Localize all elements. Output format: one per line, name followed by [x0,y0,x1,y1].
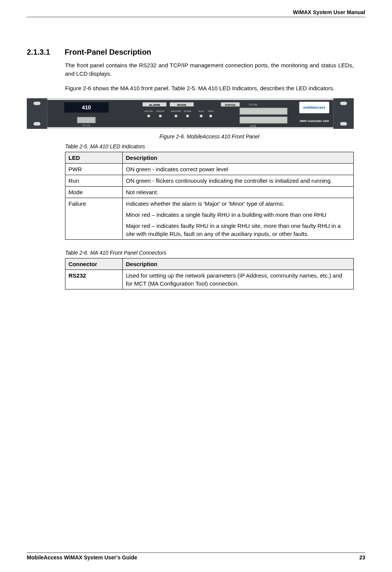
table-header-row: Connector Description [65,258,354,270]
table-cell: Failure [65,198,123,240]
svg-text:STATUS: STATUS [225,104,236,107]
svg-point-23 [186,115,189,117]
svg-text:MINOR: MINOR [156,110,164,112]
table-row: PWR ON green - indicates correct power l… [65,164,354,175]
table-header: Description [123,258,354,270]
table-text: Indicates whether the alarm is 'Major' o… [126,200,350,208]
paragraph: Figure 2-6 shows the MA 410 front panel.… [65,84,354,93]
svg-text:MAJOR: MAJOR [145,110,153,112]
svg-rect-3 [34,122,41,126]
table-cell: ON green - indicates correct power level [123,164,354,175]
table-text: Major red – indicates faulty RHU in a si… [126,222,350,238]
svg-text:LOCAL: LOCAL [249,103,258,106]
table-caption: Table 2-5. MA 410 LED Indicators [65,143,354,150]
table-cell: PWR [65,164,123,175]
svg-rect-6 [340,122,347,126]
table-cell: RS232 [65,270,123,289]
svg-rect-10 [77,117,96,123]
figure-caption: Figure 2-6. MobileAccess 410 Front Panel [65,133,354,140]
svg-text:SLAVE: SLAVE [184,110,192,112]
footer-title: MobileAccess WiMAX System User's Guide [27,554,137,561]
svg-point-16 [147,115,150,117]
table-caption: Table 2-6. MA 410 Front Panel Connectors [65,250,354,256]
svg-text:mobileaccess: mobileaccess [303,106,325,109]
svg-text:PWR: PWR [208,110,214,112]
svg-rect-32 [240,117,288,123]
table-row: Run ON green - flickers continuously ind… [65,175,354,187]
table-cell: Not relevant. [123,187,354,198]
svg-text:SITE: SITE [250,125,256,128]
front-panel-figure: 410 RS 232 ALARM MAJOR MINOR MODE MASTER… [27,98,354,129]
section-title: Front-Panel Description [65,48,151,57]
connectors-table: Connector Description RS232 Used for set… [65,258,354,289]
svg-point-17 [159,115,162,117]
led-indicators-table: LED Description PWR ON green - indicates… [65,152,354,240]
table-cell: Used for setting up the network paramete… [123,270,354,289]
table-row: Mode Not relevant. [65,187,354,198]
paragraph: The front panel contains the RS232 and T… [65,61,354,78]
svg-text:RS 232: RS 232 [82,124,90,127]
section-heading: 2.1.3.1 Front-Panel Description [27,48,354,57]
page-footer: MobileAccess WiMAX System User's Guide 2… [27,552,365,561]
table-cell: Indicates whether the alarm is 'Major' o… [123,198,354,240]
table-row: Failure Indicates whether the alarm is '… [65,198,354,240]
svg-text:ALARM: ALARM [149,103,160,107]
svg-text:410: 410 [82,105,91,111]
svg-text:MASTER: MASTER [171,110,181,112]
svg-point-22 [175,115,177,117]
svg-point-26 [200,115,202,117]
table-cell: ON green - flickers continuously indicat… [123,175,354,187]
page-number: 23 [359,554,365,561]
svg-text:RUN: RUN [198,110,203,112]
table-text: Minor red – indicates a single faulty RH… [126,211,350,219]
running-header: WiMAX System User Manual [27,9,365,17]
svg-rect-2 [34,102,41,105]
section-number: 2.1.3.1 [27,48,63,57]
table-cell: Run [65,175,123,187]
table-row: RS232 Used for setting up the network pa… [65,270,354,289]
svg-point-27 [209,115,212,117]
table-header: Connector [65,258,123,270]
table-header: LED [65,152,123,164]
svg-rect-5 [340,102,347,105]
svg-text:NMS Controller Unit: NMS Controller Unit [300,120,329,123]
svg-rect-31 [240,108,288,115]
svg-text:MODE: MODE [177,103,187,107]
table-cell: Mode [65,187,123,198]
table-header: Description [123,152,354,164]
table-header-row: LED Description [65,152,354,164]
